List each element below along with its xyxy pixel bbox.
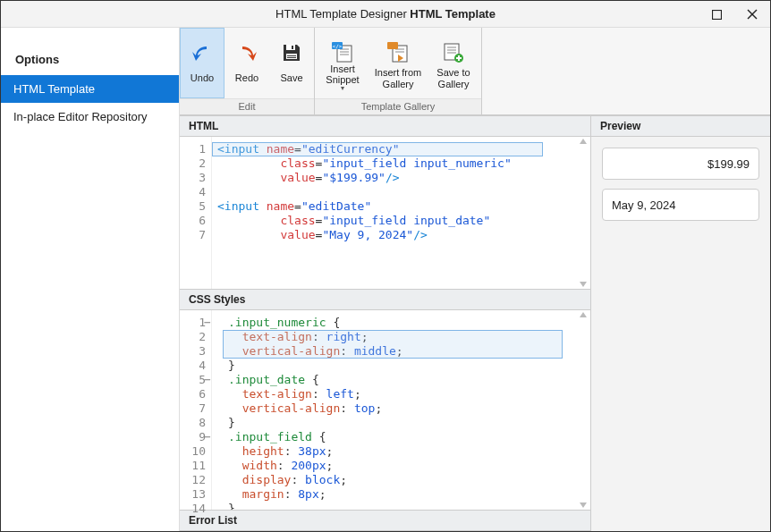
maximize-icon (712, 10, 722, 20)
redo-icon (234, 40, 259, 65)
scroll-up-icon[interactable] (580, 312, 589, 317)
content-area: Undo Redo Save (180, 28, 770, 531)
svg-rect-3 (286, 45, 295, 50)
scroll-down-icon[interactable] (580, 502, 589, 508)
svg-rect-17 (387, 42, 398, 49)
title-bar: HTML Template Designer HTML Template (1, 1, 770, 28)
undo-icon (190, 40, 215, 65)
sidebar-item-label: In-place Editor Repository (13, 110, 148, 123)
preview-panel: Preview $199.99 May 9, 2024 (591, 115, 770, 531)
insert-from-gallery-icon (386, 40, 411, 65)
close-button[interactable] (734, 1, 770, 28)
sidebar-item-html-template[interactable]: HTML Template (1, 75, 179, 103)
preview-body: $199.99 May 9, 2024 (591, 137, 770, 531)
window-controls (699, 1, 770, 28)
ribbon-group-edit-label: Edit (180, 98, 314, 114)
preview-date-field[interactable]: May 9, 2024 (602, 189, 759, 221)
title-prefix: HTML Template Designer (275, 7, 410, 21)
insert-snippet-icon: </> (330, 40, 355, 65)
title-bold: HTML Template (410, 7, 496, 21)
sidebar-item-label: HTML Template (13, 82, 95, 96)
window-title: HTML Template Designer HTML Template (275, 7, 496, 21)
close-icon (747, 9, 758, 20)
ribbon-group-template-gallery: </> Insert Snippet ▾ Insert from Gallery (315, 28, 482, 114)
html-editor[interactable]: 1234567 <input name="editCurrency" class… (180, 137, 590, 289)
save-button[interactable]: Save (269, 28, 314, 98)
ribbon-toolbar: Undo Redo Save (180, 28, 770, 115)
css-code-body[interactable]: .input_numeric { text-align: right; vert… (212, 310, 590, 510)
chevron-down-icon: ▾ (341, 85, 344, 93)
editors-column: HTML 1234567 <input name="editCurrency" … (180, 115, 591, 531)
scroll-down-icon[interactable] (580, 282, 589, 287)
html-line-gutter: 1234567 (180, 137, 212, 289)
svg-rect-4 (292, 46, 293, 49)
undo-button[interactable]: Undo (180, 28, 225, 98)
svg-rect-6 (287, 55, 296, 56)
sidebar: Options HTML Template In-place Editor Re… (1, 28, 180, 531)
error-list-panel-header: Error List (180, 510, 590, 531)
css-editor[interactable]: 1234567891011121314 −−− .input_numeric {… (180, 310, 590, 510)
save-to-gallery-icon (441, 40, 466, 65)
preview-date-value: May 9, 2024 (612, 198, 676, 212)
sidebar-item-inplace-editor-repository[interactable]: In-place Editor Repository (1, 103, 179, 131)
html-code-body[interactable]: <input name="editCurrency" class="input_… (212, 137, 590, 289)
ribbon-group-gallery-label: Template Gallery (315, 98, 481, 114)
main-area: Options HTML Template In-place Editor Re… (1, 28, 770, 531)
app-window: HTML Template Designer HTML Template Opt… (0, 0, 771, 532)
scroll-up-icon[interactable] (580, 139, 589, 144)
maximize-button[interactable] (699, 1, 734, 28)
css-panel-header: CSS Styles (180, 289, 590, 310)
preview-currency-value: $199.99 (707, 157, 750, 171)
svg-text:</>: </> (333, 42, 343, 48)
redo-button[interactable]: Redo (225, 28, 269, 98)
save-icon (279, 40, 304, 65)
ribbon-group-edit: Undo Redo Save (180, 28, 315, 114)
sidebar-heading: Options (1, 46, 179, 75)
insert-snippet-button[interactable]: </> Insert Snippet ▾ (315, 28, 370, 98)
svg-rect-7 (287, 57, 296, 58)
css-fold-gutter[interactable]: −−− (203, 316, 212, 516)
html-panel-header: HTML (180, 115, 590, 137)
insert-from-gallery-button[interactable]: Insert from Gallery (370, 28, 426, 98)
save-to-gallery-button[interactable]: Save to Gallery (426, 28, 481, 98)
preview-panel-header: Preview (591, 115, 770, 137)
svg-rect-0 (712, 10, 721, 19)
work-area: HTML 1234567 <input name="editCurrency" … (180, 115, 770, 531)
preview-currency-field[interactable]: $199.99 (602, 148, 759, 180)
